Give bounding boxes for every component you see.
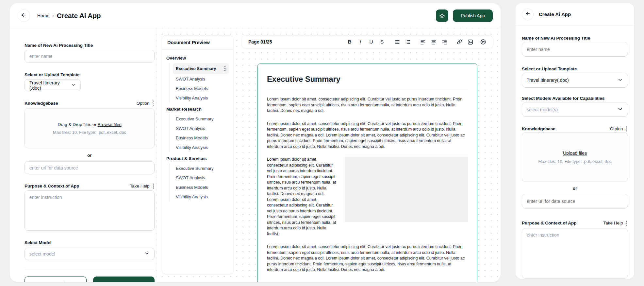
models-select[interactable]: select model(s) (522, 102, 628, 117)
underline-icon[interactable]: U (368, 38, 374, 45)
chevron-down-icon (617, 77, 623, 84)
main-header: Home › Create Ai App Publish App (10, 3, 501, 28)
page-title: Create Ai App (57, 12, 101, 20)
template-select[interactable]: Travel Itinerary(.doc) (522, 73, 628, 88)
preview-canvas: Document Preview Overview Executive Summ… (156, 28, 501, 282)
italic-icon[interactable]: I (357, 38, 364, 45)
name-input[interactable] (522, 42, 628, 57)
preview-item-visibility-analysis[interactable]: Visibility Analysis (173, 93, 229, 103)
right-panel-title: Create Ai App (539, 11, 571, 17)
or-separator: or (25, 153, 155, 158)
strikethrough-icon[interactable]: S (379, 38, 385, 45)
dropzone-text: Drag & Drop files or Browse files (58, 122, 121, 127)
document-paragraph: Lorem ipsum dolor sit amet, consectetur … (267, 121, 468, 150)
chevron-down-icon (71, 82, 76, 88)
export-button[interactable] (436, 9, 448, 22)
kebab-menu-icon[interactable] (152, 100, 155, 107)
numbered-list-icon[interactable]: 12 (405, 38, 411, 45)
back-button[interactable] (18, 9, 30, 22)
url-input[interactable] (522, 194, 628, 209)
form-divider (25, 269, 155, 269)
link-icon[interactable] (456, 38, 463, 45)
knowledgebase-label: Knowledgebase (25, 101, 58, 106)
template-label: Select or Upload Template (522, 66, 577, 71)
template-label: Select or Upload Template (25, 72, 80, 77)
mobile-create-app-panel: Create Ai App Name of New Ai Processing … (516, 3, 634, 279)
option-label: Otpion (610, 126, 623, 131)
publish-app-button[interactable]: Publish App (453, 9, 493, 22)
knowledgebase-option-row: Otpion (610, 126, 628, 132)
upload-files-link[interactable]: Upload files (563, 151, 587, 156)
chevron-down-icon (617, 106, 623, 113)
name-label: Name of New Ai Processing Title (25, 43, 93, 48)
kebab-menu-icon[interactable] (224, 65, 226, 72)
preview-item-visibility-analysis[interactable]: Visibility Analysis (173, 143, 229, 152)
save-draft-button[interactable]: Save Draft (25, 277, 87, 282)
breadcrumb-home-link[interactable]: Home (37, 13, 49, 18)
file-dropzone[interactable]: Drag & Drop files or Browse files Max fi… (25, 108, 155, 148)
purpose-help-row: Take Help (603, 220, 628, 226)
document-page[interactable]: Executive Summary Lorem ipsum dolor sit … (257, 63, 477, 282)
models-label: Select Models Available for Capabilities (522, 96, 604, 101)
option-label: Option (137, 101, 150, 106)
model-select-placeholder: select model (29, 251, 55, 257)
preview-item-executive-summary[interactable]: Executive Summary (173, 63, 229, 74)
preview-item-swot-analysis[interactable]: SWOT Analysis (173, 173, 229, 183)
arrow-left-icon (21, 12, 27, 19)
purpose-textarea[interactable] (25, 190, 155, 231)
purpose-help-row: Take Help (130, 183, 155, 189)
title-divider (267, 89, 468, 89)
right-panel-form: Name of New Ai Processing Title Select o… (522, 26, 628, 279)
breadcrumb: Home › Create Ai App (37, 12, 101, 20)
template-select[interactable]: Travel Itinerary (.doc) (25, 79, 81, 91)
svg-text:2: 2 (405, 42, 406, 44)
preview-item-business-models[interactable]: Business Models (173, 133, 229, 143)
template-select-value: Travel Itinerary (.doc) (29, 80, 69, 91)
model-select[interactable]: select model (25, 248, 155, 260)
arrow-left-icon (525, 11, 531, 18)
bold-icon[interactable]: B (346, 38, 353, 45)
preview-item-executive-summary[interactable]: Executive Summary (173, 164, 229, 173)
back-button[interactable] (522, 9, 534, 20)
take-help-label[interactable]: Take Help (130, 184, 149, 188)
knowledgebase-label: Knowledgebase (522, 126, 555, 131)
kebab-menu-icon[interactable] (626, 220, 628, 226)
align-left-icon[interactable] (420, 38, 426, 45)
name-input[interactable] (25, 50, 155, 63)
preview-item-business-models[interactable]: Business Models (173, 183, 229, 192)
code-icon[interactable] (480, 38, 487, 45)
main-panel: Home › Create Ai App Publish App Name of… (10, 3, 501, 282)
purpose-label: Purpose & Context of App (522, 221, 577, 225)
svg-text:1: 1 (405, 39, 406, 41)
model-label: Select Model (25, 240, 52, 245)
take-help-label[interactable]: Take Help (603, 221, 623, 225)
url-input[interactable] (25, 161, 155, 174)
purpose-textarea[interactable] (522, 228, 628, 279)
preview-item-swot-analysis[interactable]: SWOT Analysis (173, 124, 229, 133)
image-placeholder (345, 157, 468, 222)
preview-item-visibility-analysis[interactable]: Visibility Analysis (173, 192, 229, 202)
document-paragraph: Lorem ipsum dolor sit amet, consectetur … (267, 244, 468, 273)
editor-toolbar: Page 01/25 B I U S 12 (241, 35, 493, 48)
knowledgebase-option-row: Option (137, 100, 155, 107)
kebab-menu-icon[interactable] (626, 126, 628, 132)
align-center-icon[interactable] (430, 38, 437, 45)
create-app-button[interactable]: Create App (93, 277, 155, 282)
file-upload-box[interactable]: Upload files Max files: 10, File type: .… (522, 132, 628, 182)
right-panel-header: Create Ai App (516, 3, 634, 26)
template-select-value: Travel Itinerary(.doc) (527, 78, 569, 83)
document-paragraph: Lorem ipsum dolor sit amet, consectetur … (267, 97, 468, 114)
inbox-download-icon (439, 12, 445, 20)
breadcrumb-separator: › (52, 13, 54, 18)
browse-files-link[interactable]: Browse files (98, 122, 122, 127)
document-preview-title: Document Preview (162, 36, 233, 50)
preview-item-business-models[interactable]: Business Models (173, 84, 229, 93)
kebab-menu-icon[interactable] (152, 183, 155, 189)
preview-item-swot-analysis[interactable]: SWOT Analysis (173, 74, 229, 84)
align-right-icon[interactable] (441, 38, 448, 45)
section-title-product-services: Product & Services (166, 156, 229, 161)
section-title-overview: Overview (166, 56, 229, 61)
image-icon[interactable] (467, 38, 473, 45)
preview-item-executive-summary[interactable]: Executive Summary (173, 114, 229, 124)
bulleted-list-icon[interactable] (394, 38, 400, 45)
